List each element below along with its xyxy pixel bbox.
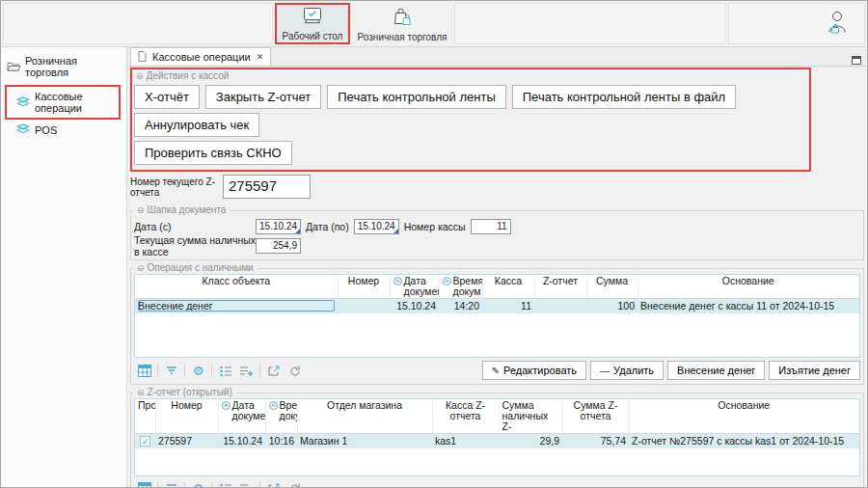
cell-reason[interactable]: Z-отчет №275597 с кассы kas1 от 2024-10-…: [629, 434, 859, 448]
window-restore-icon[interactable]: [852, 51, 861, 68]
cell-time[interactable]: 10:16: [265, 434, 297, 448]
table-grid-icon[interactable]: [134, 362, 154, 380]
col-checked[interactable]: Прове: [135, 399, 155, 434]
cash-ops-row[interactable]: Внесение денег 15.10.24 14:20 11 100 Вне…: [135, 299, 859, 313]
actions-row-2: Аннулировать чек: [134, 113, 805, 137]
col-kassa[interactable]: Касса: [482, 275, 534, 299]
cell-sum[interactable]: 100: [586, 299, 637, 313]
col-date[interactable]: Дата документа: [390, 275, 439, 299]
col-store[interactable]: Отдел магазина: [297, 399, 432, 434]
export-icon[interactable]: [263, 362, 284, 380]
x-report-button[interactable]: X-отчёт: [134, 85, 200, 109]
date-from-input[interactable]: 15.10.24: [256, 219, 301, 234]
gear-icon[interactable]: ⚙: [188, 479, 208, 488]
list-add-icon[interactable]: [236, 362, 257, 380]
close-z-report-button[interactable]: Закрыть Z-отчет: [205, 85, 321, 109]
actions-section-header[interactable]: ⊖ Действия с кассой: [134, 69, 805, 81]
toolbar-middle-panel: [454, 3, 726, 44]
sidebar-item-label: POS: [35, 124, 57, 136]
toolbar-separator: [157, 482, 158, 488]
z-report-table: Прове Номер Дата документа Время докум О…: [134, 398, 860, 476]
doc-header-row-1: Дата (с) 15.10.24 Дата (по) 15.10.24 Ном…: [134, 218, 860, 234]
col-zreport[interactable]: Z-отчет: [534, 275, 586, 299]
numbered-list-icon[interactable]: [215, 479, 235, 488]
filter-icon[interactable]: [161, 479, 181, 488]
col-cash-sum[interactable]: Сумма наличных Z-: [499, 399, 562, 434]
cell-kassa[interactable]: kas1: [432, 434, 499, 448]
col-number[interactable]: Номер: [155, 399, 218, 434]
cell-number[interactable]: [338, 299, 390, 313]
retail-button-label: Розничная торговля: [358, 32, 448, 42]
actions-section-title: Действия с кассой: [147, 70, 230, 81]
filter-icon[interactable]: [161, 362, 181, 380]
sort-asc-icon: [443, 277, 451, 285]
print-control-tape-file-button[interactable]: Печать контрольной ленты в файл: [512, 85, 736, 109]
collapse-icon[interactable]: ⊖: [137, 388, 145, 397]
list-add-icon[interactable]: [236, 479, 257, 488]
cell-kassa[interactable]: 11: [482, 299, 534, 313]
refresh-icon[interactable]: [285, 362, 305, 380]
actions-row-1: X-отчёт Закрыть Z-отчет Печать контрольн…: [134, 85, 805, 109]
col-reason[interactable]: Основание: [629, 399, 859, 434]
collapse-icon[interactable]: ⊖: [136, 71, 144, 81]
cell-number[interactable]: 275597: [155, 434, 218, 448]
check-skno-button[interactable]: Проверить связь СКНО: [134, 141, 292, 165]
cash-ops-section-header[interactable]: ⊖ Операция с наличными: [133, 262, 258, 273]
cell-date[interactable]: 15.10.24: [390, 299, 439, 313]
cell-z-sum[interactable]: 75,74: [562, 434, 629, 448]
sidebar-item-cash-operations[interactable]: Кассовые операции: [14, 88, 117, 117]
col-number[interactable]: Номер: [338, 275, 390, 299]
current-cash-sum-input[interactable]: 254,9: [256, 238, 301, 254]
col-time[interactable]: Время докум: [439, 275, 482, 299]
cash-in-button[interactable]: Внесение денег: [667, 361, 765, 380]
minus-icon: —: [600, 366, 610, 376]
row-checkbox[interactable]: ✓: [140, 436, 150, 447]
collapse-icon[interactable]: ⊖: [137, 205, 145, 215]
cash-out-button[interactable]: Изъятие денег: [769, 361, 860, 380]
gear-icon[interactable]: ⚙: [188, 362, 208, 380]
collapse-icon[interactable]: ⊖: [137, 263, 145, 273]
col-kassa[interactable]: Касса Z-отчета: [432, 399, 499, 434]
toolbar-separator: [259, 364, 260, 377]
tab-close-icon[interactable]: ✕: [257, 52, 264, 62]
z-report-title: Z-отчет (открытый): [148, 387, 232, 397]
col-date[interactable]: Дата документа: [218, 399, 265, 434]
desktop-toolbar-button[interactable]: Рабочий стол: [275, 3, 350, 44]
refresh-icon[interactable]: [285, 479, 305, 488]
col-sum[interactable]: Сумма: [586, 275, 637, 299]
cash-number-label: Номер кассы: [399, 221, 471, 232]
cell-store[interactable]: Магазин 1: [297, 434, 432, 448]
delete-button[interactable]: —Удалить: [590, 361, 664, 380]
date-to-input[interactable]: 15.10.24: [354, 219, 399, 234]
col-class[interactable]: Класс объекта: [135, 275, 338, 299]
col-z-sum[interactable]: Сумма Z-отчета: [562, 399, 629, 434]
user-lock-icon[interactable]: [826, 9, 849, 40]
z-report-header-row: Прове Номер Дата документа Время докум О…: [135, 399, 859, 434]
export-icon[interactable]: [263, 479, 284, 488]
z-report-section-header[interactable]: ⊖ Z-отчет (открытый): [133, 387, 236, 397]
cell-time[interactable]: 14:20: [439, 299, 482, 313]
sidebar-root-retail[interactable]: Розничная торговля: [1, 52, 126, 84]
cell-zreport[interactable]: [534, 299, 586, 313]
cell-cash-sum[interactable]: 29,9: [499, 434, 562, 448]
print-control-tape-button[interactable]: Печать контрольной ленты: [327, 85, 506, 109]
toolbar-left-panel: [3, 3, 273, 44]
annul-check-button[interactable]: Аннулировать чек: [134, 113, 259, 137]
retail-toolbar-button[interactable]: Розничная торговля: [352, 3, 452, 44]
col-time[interactable]: Время докум: [265, 399, 297, 434]
doc-header-section-header[interactable]: ⊖ Шапка документа: [133, 204, 230, 215]
tab-cash-operations[interactable]: Кассовые операции ✕: [130, 47, 271, 66]
edit-button[interactable]: ✎Редактировать: [482, 361, 586, 380]
col-reason[interactable]: Основание: [637, 275, 859, 299]
cell-class[interactable]: Внесение денег: [138, 300, 335, 312]
cell-date[interactable]: 15.10.24: [218, 434, 265, 448]
current-z-number-input[interactable]: 275597: [223, 175, 311, 199]
cash-ops-groupbox: ⊖ Операция с наличными Класс объекта: [130, 268, 864, 385]
z-report-row[interactable]: ✓ 275597 15.10.24 10:16 Магазин 1 kas1 2…: [135, 434, 859, 448]
numbered-list-icon[interactable]: [215, 362, 235, 380]
sidebar-item-pos[interactable]: POS: [1, 121, 126, 139]
table-grid-icon[interactable]: [134, 479, 154, 488]
cash-number-input[interactable]: 11: [471, 219, 511, 234]
cell-reason[interactable]: Внесение денег с кассы 11 от 2024-10-15: [637, 299, 859, 313]
toolbar-separator: [259, 482, 260, 488]
